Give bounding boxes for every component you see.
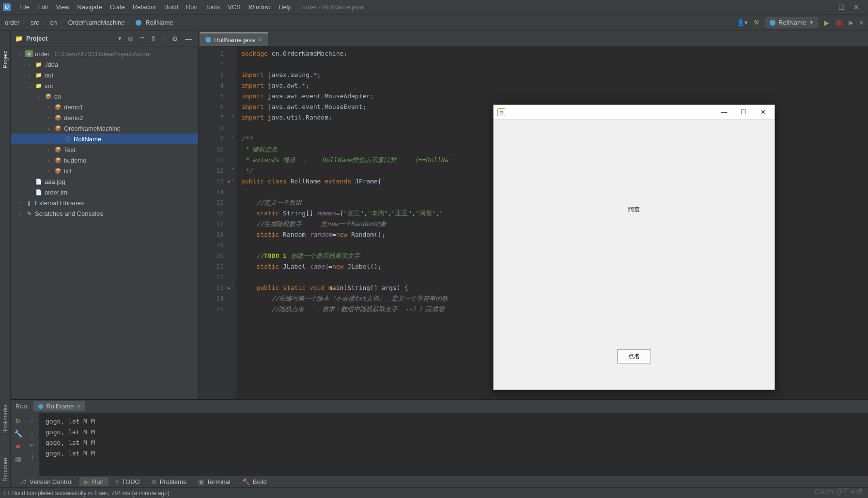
line-number[interactable]: 25 <box>201 304 224 315</box>
line-number[interactable]: 10 <box>201 144 224 155</box>
menu-file[interactable]: File <box>16 3 33 11</box>
run-icon[interactable]: ▶ <box>824 19 829 27</box>
breadcrumb-part[interactable]: order <box>5 19 19 26</box>
tab-close-icon[interactable]: × <box>258 36 262 44</box>
tree-arrow-icon[interactable]: ⌄ <box>16 51 23 57</box>
collapse-all-icon[interactable]: ⇕ <box>149 35 158 43</box>
menu-tools[interactable]: Tools <box>202 3 224 11</box>
fold-mark[interactable] <box>229 187 236 197</box>
bottom-tab-problems[interactable]: ⊘Problems <box>147 477 191 486</box>
swing-window[interactable]: ☕ — ☐ ✕ 阿衰 点名 <box>493 105 775 390</box>
down-icon[interactable]: ↓ <box>31 429 34 437</box>
tree-arrow-icon[interactable]: › <box>26 62 33 67</box>
line-number[interactable]: 8 <box>201 123 224 134</box>
fold-mark[interactable] <box>229 293 236 304</box>
tree-arrow-icon[interactable]: ⌄ <box>46 126 52 131</box>
coverage-icon[interactable]: ▶̲ <box>849 19 853 26</box>
line-number[interactable]: 6 <box>201 102 224 112</box>
line-number[interactable]: 23 <box>201 283 224 293</box>
menu-run[interactable]: Run <box>182 3 202 11</box>
swing-maximize-icon[interactable]: ☐ <box>736 108 751 116</box>
bottom-tab-version-control[interactable]: ⎇Version Control <box>15 477 78 486</box>
debug-icon[interactable]: 🐞 <box>835 19 843 26</box>
menu-edit[interactable]: Edit <box>33 3 52 11</box>
tab-close-icon[interactable]: × <box>77 403 81 410</box>
breadcrumb-part[interactable]: OrderNameMachine <box>68 19 124 26</box>
tree-arrow-icon[interactable]: › <box>26 73 33 78</box>
fold-mark[interactable] <box>229 208 236 219</box>
soft-wrap-icon[interactable]: ↩ <box>30 441 35 449</box>
menu-code[interactable]: Code <box>106 3 129 11</box>
line-number[interactable]: 5 <box>201 91 224 102</box>
menu-window[interactable]: Window <box>245 3 275 11</box>
fold-mark[interactable]: - <box>229 166 236 176</box>
editor-tab-rollname[interactable]: RollName.java × <box>200 32 268 46</box>
tree-arrow-icon[interactable]: › <box>46 158 52 163</box>
tree-row-src[interactable]: ⌄📁src <box>11 80 198 91</box>
menu-navigate[interactable]: Navigate <box>73 3 106 11</box>
tree-row-external-libraries[interactable]: ›‖External Libraries <box>11 197 198 208</box>
swing-titlebar[interactable]: ☕ — ☐ ✕ <box>494 105 775 120</box>
bottom-tab-todo[interactable]: ≡TODO <box>110 477 145 486</box>
line-number[interactable]: 4 <box>201 80 224 91</box>
menu-help[interactable]: Help <box>275 3 295 11</box>
tree-row-order[interactable]: ⌄■orderC:\Users\17331\IdeaProjects\order <box>11 48 198 59</box>
maximize-icon[interactable]: ☐ <box>838 3 845 11</box>
fold-mark[interactable] <box>229 91 236 102</box>
line-number[interactable]: 13 <box>201 176 224 187</box>
line-number[interactable]: 2 <box>201 59 224 70</box>
fold-mark[interactable] <box>229 251 236 261</box>
breadcrumb-part[interactable]: cn <box>50 19 57 26</box>
fold-mark[interactable] <box>229 272 236 283</box>
line-number[interactable]: 17 <box>201 219 224 229</box>
tool-tab-structure[interactable]: Structure <box>2 458 9 482</box>
tree-row-rollname[interactable]: ⒸRollName <box>11 134 198 144</box>
line-number[interactable]: 22 <box>201 272 224 283</box>
close-icon[interactable]: ✕ <box>853 3 859 11</box>
fold-mark[interactable] <box>229 123 236 134</box>
menu-refactor[interactable]: Refactor <box>129 3 160 11</box>
tree-arrow-icon[interactable]: › <box>46 147 52 152</box>
tree-arrow-icon[interactable]: › <box>46 105 52 110</box>
fold-mark[interactable] <box>229 155 236 166</box>
tree-row-cn[interactable]: ⌄📦cn <box>11 91 198 102</box>
user-icon[interactable]: 👤▾ <box>737 19 748 26</box>
project-tree[interactable]: ⌄■orderC:\Users\17331\IdeaProjects\order… <box>11 46 198 399</box>
bottom-tab-terminal[interactable]: ▣Terminal <box>193 477 235 486</box>
tree-arrow-icon[interactable]: › <box>46 168 52 174</box>
fold-mark[interactable]: - <box>229 112 236 123</box>
run-tab[interactable]: RollName × <box>33 401 85 411</box>
scroll-end-icon[interactable]: ⤓ <box>30 453 35 461</box>
swing-minimize-icon[interactable]: — <box>716 108 732 116</box>
line-number[interactable]: 20 <box>201 251 224 261</box>
line-gutter[interactable]: 1234567891011121314151617181920212223242… <box>199 46 229 399</box>
tree-row-tx-demo[interactable]: ›📦tx.demo <box>11 155 198 166</box>
line-number[interactable]: 11 <box>201 155 224 166</box>
fold-mark[interactable] <box>229 80 236 91</box>
code-line[interactable]: import javax.swing.*; <box>241 70 863 80</box>
line-number[interactable]: 19 <box>201 240 224 251</box>
line-number[interactable]: 15 <box>201 197 224 208</box>
line-number[interactable]: 12 <box>201 166 224 176</box>
tool-tab-bookmarks[interactable]: Bookmarks <box>2 405 9 434</box>
fold-mark[interactable] <box>229 197 236 208</box>
tree-row--idea[interactable]: ›📁.idea <box>11 59 198 70</box>
code-line[interactable]: package cn.OrderNameMachine; <box>241 48 863 59</box>
line-number[interactable]: 7 <box>201 112 224 123</box>
fold-mark[interactable] <box>229 240 236 251</box>
breadcrumb[interactable]: order〉src〉cn〉OrderNameMachine〉RollName <box>5 19 173 26</box>
tree-arrow-icon[interactable]: ⌄ <box>26 83 33 89</box>
fold-mark[interactable] <box>229 261 236 272</box>
fold-mark[interactable]: - <box>229 134 236 144</box>
tree-row-scratches-and-consoles[interactable]: ›✎Scratches and Consoles <box>11 208 198 219</box>
fold-mark[interactable]: - <box>229 70 236 80</box>
wrench-icon[interactable]: 🔧 <box>14 430 22 438</box>
expand-all-icon[interactable]: ≡ <box>139 35 145 43</box>
menu-vcs[interactable]: VCS <box>224 3 245 11</box>
up-icon[interactable]: ↑ <box>31 417 34 424</box>
hide-icon[interactable]: — <box>184 35 193 43</box>
bottom-tab-run[interactable]: ▶Run <box>79 477 108 486</box>
swing-close-icon[interactable]: ✕ <box>755 108 771 116</box>
tree-arrow-icon[interactable]: ⌄ <box>36 94 43 99</box>
tree-row-tx1[interactable]: ›📦tx1 <box>11 166 198 176</box>
